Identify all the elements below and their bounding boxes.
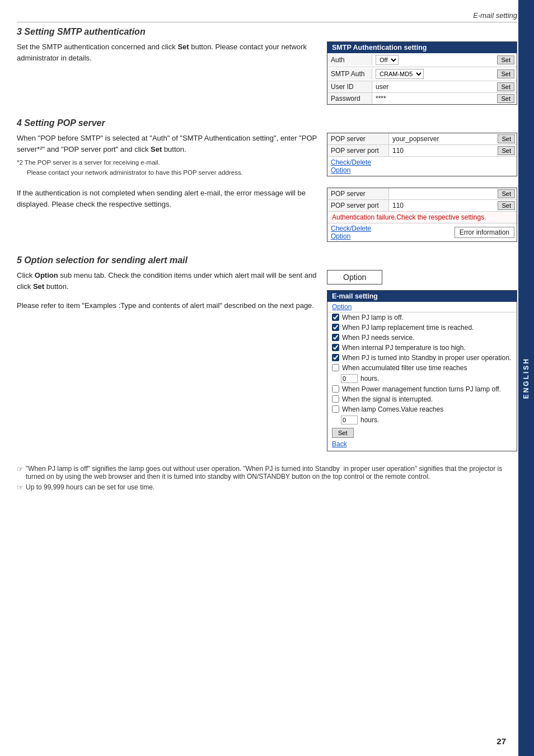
smtp-smtpauth-select[interactable]: CRAM-MD5 bbox=[376, 69, 424, 79]
error-pop-server-set-button[interactable]: Set bbox=[498, 189, 515, 198]
section4-heading: 4 Setting POP server bbox=[17, 118, 517, 128]
section4-footnote-indent: Please contact your network administrato… bbox=[27, 169, 243, 176]
section5-right-col: Option E-mail setting Option When PJ lam… bbox=[327, 270, 517, 451]
smtp-userid-set-button[interactable]: Set bbox=[497, 82, 514, 91]
footnote-1-icon: ☞ bbox=[17, 465, 24, 473]
section5-text-col: Click Option sub menu tab. Check the con… bbox=[17, 270, 317, 311]
section5-number: 5 bbox=[17, 255, 22, 265]
option-item-7: When Power management function turns PJ … bbox=[327, 384, 517, 394]
option-item-4: When internal PJ temperature is too high… bbox=[327, 343, 517, 353]
smtp-smtpauth-set-button[interactable]: Set bbox=[497, 69, 514, 78]
smtp-auth-value: Off bbox=[372, 53, 497, 67]
smtp-password-set-button[interactable]: Set bbox=[497, 94, 514, 103]
option-checkbox-7[interactable] bbox=[332, 385, 339, 393]
option-label-7: When Power management function turns PJ … bbox=[342, 385, 501, 393]
error-auth-message: Authentication failure.Check the respect… bbox=[327, 212, 517, 223]
panel-set-button[interactable]: Set bbox=[332, 428, 354, 438]
option-hours-input-2[interactable] bbox=[341, 416, 358, 424]
section4-footnote: *2 The POP server is a server for receiv… bbox=[17, 158, 317, 178]
section3-text: Set the SMTP authentication concerned an… bbox=[17, 41, 317, 64]
email-option-panel: E-mail setting Option When PJ lamp is of… bbox=[327, 290, 517, 451]
option-label-3: When PJ needs service. bbox=[342, 334, 414, 342]
header-label: E-mail setting bbox=[473, 11, 517, 20]
option-checkbox-4[interactable] bbox=[332, 344, 339, 351]
pop-port-row: POP server port 110 Set bbox=[327, 145, 517, 157]
smtp-auth-row: Auth Off Set bbox=[327, 53, 517, 67]
smtp-password-row: Password **** Set bbox=[327, 93, 517, 104]
footnote-1-text: "When PJ lamp is off" signifies the lamp… bbox=[26, 465, 517, 480]
panel-back-link[interactable]: Back bbox=[327, 439, 517, 451]
option-checkbox-1[interactable] bbox=[332, 314, 339, 321]
option-checkbox-5[interactable] bbox=[332, 354, 339, 361]
section5-para2: Please refer to item "Examples :Type and… bbox=[17, 300, 317, 311]
sidebar-english-text: ENGLISH bbox=[522, 357, 530, 399]
smtp-password-value: **** bbox=[372, 93, 497, 104]
option-item-8: When the signal is interrupted. bbox=[327, 394, 517, 404]
section5-para1: Click Option sub menu tab. Check the con… bbox=[17, 270, 317, 292]
error-links-row: Check/Delete Option Error information bbox=[327, 223, 517, 241]
option-checkbox-3[interactable] bbox=[332, 334, 339, 341]
footnote-2-text: Up to 99,999 hours can be set for use ti… bbox=[26, 483, 154, 491]
pop-port-set-button[interactable]: Set bbox=[498, 146, 515, 155]
section5-set-bold: Set bbox=[33, 282, 44, 291]
error-option-link[interactable]: Option bbox=[331, 232, 371, 240]
option-checkbox-9[interactable] bbox=[332, 405, 339, 413]
pop-option-link[interactable]: Option bbox=[331, 166, 513, 174]
error-check-delete-link[interactable]: Check/Delete bbox=[331, 225, 371, 232]
error-widget-col: POP server Set POP server port 110 Set A… bbox=[327, 188, 517, 242]
section5-heading: 5 Option selection for sending alert mai… bbox=[17, 255, 517, 265]
smtp-auth-set-button[interactable]: Set bbox=[497, 55, 514, 64]
error-display-widget: POP server Set POP server port 110 Set A… bbox=[327, 188, 517, 242]
option-hours-label-1: hours. bbox=[360, 375, 379, 382]
section4-text: When "POP before SMTP" is selected at "A… bbox=[17, 133, 317, 178]
pop-server-widget: POP server your_popserver Set POP server… bbox=[327, 133, 517, 176]
option-input-row-1: hours. bbox=[327, 373, 517, 384]
panel-title: E-mail setting bbox=[327, 291, 517, 302]
section3-heading: 3 Setting SMTP authentication bbox=[17, 27, 517, 37]
smtp-userid-value: user bbox=[372, 81, 497, 92]
option-input-row-2: hours. bbox=[327, 414, 517, 426]
option-label-2: When PJ lamp replacement time is reached… bbox=[342, 324, 474, 332]
smtp-password-label: Password bbox=[327, 93, 372, 104]
error-pop-server-value bbox=[389, 192, 498, 195]
section4-body2: button. bbox=[162, 145, 186, 153]
error-pop-port-label: POP server port bbox=[327, 200, 389, 211]
pop-server-set-button[interactable]: Set bbox=[498, 134, 515, 143]
smtp-smtpauth-label: SMTP Auth bbox=[327, 68, 372, 80]
footnote-2: ☞ Up to 99,999 hours can be set for use … bbox=[17, 483, 517, 492]
option-label-1: When PJ lamp is off. bbox=[342, 314, 404, 321]
smtp-auth-widget: SMTP Authentication setting Auth Off Set… bbox=[327, 41, 517, 105]
pop-widget-col: POP server your_popserver Set POP server… bbox=[327, 133, 517, 176]
section3-bold: Set bbox=[177, 43, 189, 51]
footnote-2-icon: ☞ bbox=[17, 483, 24, 492]
error-pop-server-row: POP server Set bbox=[327, 188, 517, 200]
option-checkbox-2[interactable] bbox=[332, 324, 339, 331]
option-item-6: When accumulated filter use time reaches bbox=[327, 363, 517, 373]
section3-title: Setting SMTP authentication bbox=[24, 27, 145, 36]
option-box: Option bbox=[327, 270, 382, 284]
section4-error-content: If the authentication is not completed w… bbox=[17, 188, 517, 242]
option-label-8: When the signal is interrupted. bbox=[342, 395, 433, 403]
smtp-auth-select[interactable]: Off bbox=[376, 55, 399, 65]
panel-set-row: Set bbox=[327, 426, 517, 439]
smtp-userid-row: User ID user Set bbox=[327, 81, 517, 93]
section3-body: Set the SMTP authentication concerned an… bbox=[17, 43, 177, 51]
panel-subtitle[interactable]: Option bbox=[327, 302, 517, 312]
pop-links-row: Check/Delete Option bbox=[327, 157, 517, 176]
section4-error-text: If the authentication is not completed w… bbox=[17, 188, 317, 210]
section3-content: Set the SMTP authentication concerned an… bbox=[17, 41, 517, 105]
option-checkbox-6[interactable] bbox=[332, 364, 339, 371]
footnote-1: ☞ "When PJ lamp is off" signifies the la… bbox=[17, 465, 517, 480]
error-pop-port-set-button[interactable]: Set bbox=[498, 201, 515, 210]
pop-port-value: 110 bbox=[389, 145, 498, 156]
pop-port-label: POP server port bbox=[327, 145, 389, 156]
pop-server-label: POP server bbox=[327, 133, 389, 144]
page-number: 27 bbox=[496, 736, 506, 746]
option-hours-input-1[interactable] bbox=[341, 374, 358, 383]
smtp-widget-col: SMTP Authentication setting Auth Off Set… bbox=[327, 41, 517, 105]
error-pop-server-label: POP server bbox=[327, 188, 389, 199]
section4-number: 4 bbox=[17, 118, 22, 128]
pop-server-value: your_popserver bbox=[389, 133, 498, 144]
option-checkbox-8[interactable] bbox=[332, 395, 339, 403]
pop-check-delete-link[interactable]: Check/Delete bbox=[331, 158, 513, 166]
